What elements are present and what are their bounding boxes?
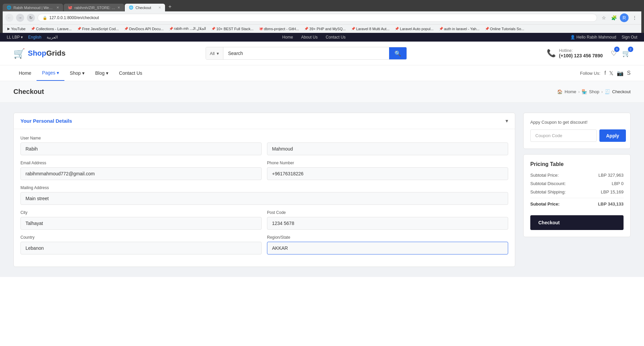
email-group: Email Address	[20, 161, 262, 180]
logo-grids: Grids	[46, 49, 65, 57]
tab-1-close[interactable]: ✕	[56, 6, 59, 9]
username-row	[20, 142, 508, 155]
wishlist-button[interactable]: ♡ 0	[611, 49, 617, 57]
city-postcode-row: City Post Code	[20, 210, 508, 230]
tab-2-close[interactable]: ✕	[117, 6, 120, 9]
city-input[interactable]	[20, 217, 262, 230]
extensions-button[interactable]: 🧩	[610, 14, 618, 22]
coupon-input[interactable]	[530, 129, 597, 142]
rabih-icon: 📌	[169, 27, 173, 31]
currency-selector[interactable]: LL LBP ▾	[7, 35, 23, 40]
currency-label: LL LBP	[7, 35, 20, 40]
form-section-toggle[interactable]: ▾	[505, 118, 508, 124]
checkout-button[interactable]: Checkout	[530, 215, 624, 230]
tutorials-icon: 📌	[485, 27, 489, 31]
sign-out-link[interactable]: Sign Out	[622, 35, 637, 40]
back-button[interactable]: ←	[5, 14, 13, 22]
bookmark-javascript[interactable]: 📌 Free JavaScript Cod...	[75, 26, 121, 32]
nav-pages[interactable]: Pages ▾	[37, 65, 64, 81]
lang-english-link[interactable]: English	[28, 35, 41, 40]
subtotal-price-label: Subtotal Price:	[530, 173, 559, 178]
topbar-contact-link[interactable]: Contact Us	[326, 35, 345, 40]
cart-button[interactable]: 🛒 2	[622, 49, 631, 57]
wishlist-count: 0	[614, 47, 620, 52]
email-input[interactable]	[20, 167, 262, 180]
new-tab-button[interactable]: +	[166, 2, 174, 11]
nav-items: Home Pages ▾ Shop ▾ Blog ▾ Contact Us	[13, 65, 148, 81]
firstname-input[interactable]	[20, 142, 262, 155]
tab-3[interactable]: 🌐 Checkout ✕	[125, 4, 165, 11]
twitter-icon[interactable]: 𝕏	[609, 70, 613, 76]
hotline-details: Hotline: (+100) 123 456 7890	[559, 48, 603, 58]
menu-button[interactable]: ⋮	[631, 14, 639, 22]
bookmark-fullstack[interactable]: 📌 10+ BEST Full Stack...	[209, 26, 256, 32]
nav-shop-label: Shop	[70, 70, 81, 76]
site-logo[interactable]: 🛒 ShopGrids	[13, 48, 65, 59]
phone-input[interactable]	[267, 167, 508, 180]
breadcrumb-home[interactable]: Home	[565, 89, 576, 94]
cart-icons: ♡ 0 🛒 2	[611, 49, 631, 57]
pricing-box: Pricing Table Subtotal Price: LBP 327,96…	[523, 154, 631, 237]
bookmark-button[interactable]: ☆	[600, 14, 608, 22]
forward-button[interactable]: →	[16, 14, 24, 22]
total-value: LBP 343,133	[598, 201, 624, 207]
bookmark-laravel-multi[interactable]: 📌 Laravel 8 Multi Aut...	[349, 26, 392, 32]
breadcrumb-current: Checkout	[612, 89, 631, 94]
skype-icon[interactable]: S	[627, 70, 631, 76]
tab-3-close[interactable]: ✕	[158, 6, 161, 9]
nav-home[interactable]: Home	[13, 65, 37, 81]
instagram-icon[interactable]: 📷	[617, 70, 624, 76]
top-bar-center: Home About Us Contact Us	[282, 35, 346, 40]
breadcrumb: 🏠 Home › 🏪 Shop › 🧾 Checkout	[557, 89, 631, 94]
bookmark-dbms[interactable]: 🐙 dbms-project - GitH...	[257, 26, 301, 32]
tab-1-title: Rabih Mahmoud | Web Develop...	[13, 6, 54, 10]
nav-blog[interactable]: Blog ▾	[90, 65, 114, 81]
lastname-input[interactable]	[267, 142, 508, 155]
breadcrumb-shop[interactable]: Shop	[589, 89, 599, 94]
nav-pages-arrow: ▾	[57, 70, 59, 75]
bookmark-php[interactable]: 📌 39+ PHP and MySQ...	[302, 26, 347, 32]
username-group: User Name	[20, 136, 508, 155]
topbar-about-link[interactable]: About Us	[301, 35, 318, 40]
country-input[interactable]	[20, 242, 262, 254]
facebook-icon[interactable]: f	[604, 70, 606, 76]
phone-icon: 📞	[547, 49, 556, 58]
tab-2[interactable]: 🐙 rabihmh/ZIR_STORE: Multi vend... ✕	[64, 4, 124, 11]
subtotal-discount-row: Subtotal Discount: LBP 0	[530, 181, 624, 186]
region-group: Region/State	[267, 235, 508, 254]
tab-1-favicon: 🌐	[7, 5, 11, 10]
nav-shop[interactable]: Shop ▾	[64, 65, 90, 81]
search-category-dropdown[interactable]: All ▾	[206, 47, 223, 59]
profile-button[interactable]: R	[620, 13, 629, 22]
bookmark-collections-label: Collections - Larave...	[36, 27, 71, 31]
bookmark-tutorials[interactable]: 📌 Online Tutorials So...	[483, 26, 526, 32]
search-input[interactable]	[223, 47, 389, 59]
tab-1[interactable]: 🌐 Rabih Mahmoud | Web Develop... ✕	[3, 4, 63, 11]
bookmark-youtube[interactable]: ▶ YouTube	[5, 26, 28, 32]
coupon-apply-button[interactable]: Apply	[599, 129, 626, 142]
address-input[interactable]	[20, 192, 508, 205]
region-input[interactable]	[267, 242, 508, 254]
email-label: Email Address	[20, 161, 262, 165]
subtotal-shipping-row: Subtotal Shipping: LBP 15,169	[530, 189, 624, 194]
topbar-home-link[interactable]: Home	[282, 35, 293, 40]
nav-contact[interactable]: Contact Us	[114, 65, 148, 81]
country-label: Country	[20, 235, 262, 240]
logo-cart-icon: 🛒	[13, 48, 25, 59]
bookmarks-bar: ▶ YouTube 📌 Collections - Larave... 📌 Fr…	[3, 24, 641, 33]
lang-arabic-link[interactable]: العربية	[47, 35, 58, 40]
reload-button[interactable]: ↻	[27, 14, 35, 22]
bookmark-rabih[interactable]: 📌 rabih-mh ...JI الجلال	[167, 26, 208, 32]
bookmark-auth[interactable]: 📌 auth in laravel - Yah...	[437, 26, 482, 32]
address-text: 127.0.0.1:8000/en/checkout	[49, 15, 99, 20]
breadcrumb-shop-icon: 🏪	[582, 89, 587, 94]
address-bar[interactable]: 🔒 127.0.0.1:8000/en/checkout	[38, 14, 597, 22]
bookmark-laravel-auto[interactable]: 📌 Laravel Auto popul...	[393, 26, 435, 32]
address-group: Mailing Address	[20, 185, 508, 205]
bookmark-devdocs[interactable]: 📌 DevDocs API Docu...	[122, 26, 166, 32]
bookmark-collections[interactable]: 📌 Collections - Larave...	[29, 26, 73, 32]
region-label: Region/State	[267, 235, 508, 240]
postcode-input[interactable]	[267, 217, 508, 230]
search-button[interactable]: 🔍	[389, 47, 407, 59]
browser-toolbar: ← → ↻ 🔒 127.0.0.1:8000/en/checkout ☆ 🧩 R…	[3, 11, 641, 24]
